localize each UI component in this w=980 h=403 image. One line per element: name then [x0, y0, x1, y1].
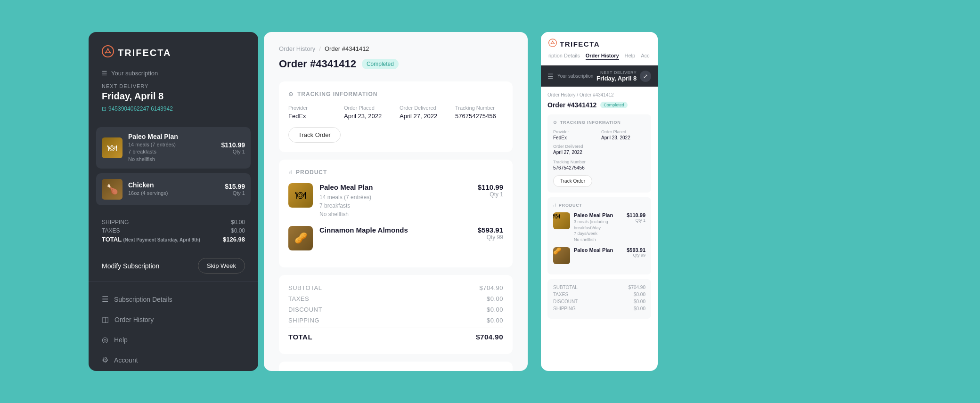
chicken-meal-price-qty: $15.99 Qty 1: [225, 183, 245, 196]
product-section-title: ⑁ PRODUCT: [288, 169, 503, 176]
mobile-breadcrumb: Order History / Order #4341412: [547, 92, 651, 97]
mobile-provider-col: Provider FedEx: [553, 129, 597, 140]
mobile-sub-left: ☰ Your subscription: [547, 73, 593, 80]
grand-total-row: TOTAL $704.90: [288, 328, 503, 341]
mobile-subscription-label: Your subscription: [557, 73, 593, 79]
mobile-expand-button[interactable]: ⤢: [640, 71, 651, 82]
sidebar-item-logout[interactable]: → Log Out: [89, 370, 258, 371]
svg-point-2: [105, 52, 106, 54]
mobile-content: Order History / Order #4341412 Order #43…: [541, 87, 658, 369]
mobile-provider-value: FedEx: [553, 135, 597, 140]
delivered-value: April 27, 2022: [400, 113, 448, 120]
delivered-label: Order Delivered: [400, 105, 448, 111]
breadcrumb-separator: /: [319, 45, 321, 52]
chicken-meal-details: 16oz (4 servings): [128, 190, 219, 197]
modify-subscription-button[interactable]: Modify Subscription: [102, 262, 159, 270]
chicken-meal-image: 🍗: [102, 179, 122, 200]
svg-point-4: [549, 39, 557, 47]
subscription-label: ☰ Your subscription: [102, 70, 245, 77]
mobile-next-delivery-label: NEXT DELIVERY: [596, 70, 637, 75]
tracking-provider: Provider FedEx: [288, 105, 336, 120]
mobile-tracking-number-section: Tracking Number 576754275456: [553, 160, 645, 170]
mobile-alt-image: 🥜: [553, 247, 570, 264]
total-note: (Next Payment Saturday, April 9th): [123, 237, 200, 242]
tracking-delivered: Order Delivered April 27, 2022: [400, 105, 448, 120]
order-title: Order #4341412: [279, 58, 356, 70]
breadcrumb-parent[interactable]: Order History: [279, 45, 315, 52]
mobile-panel: TRIFECTA ription Details Order History H…: [541, 32, 658, 371]
tracking-section-icon: ⊙: [288, 91, 294, 97]
tracking-placed: Order Placed April 23, 2022: [344, 105, 392, 120]
svg-point-1: [107, 48, 109, 50]
mobile-paleo-price-qty: $110.99 Qty 1: [627, 212, 645, 223]
mobile-nav-help[interactable]: Help: [625, 53, 636, 60]
sidebar-item-account[interactable]: ⚙ Account: [89, 350, 258, 370]
help-icon: ◎: [102, 335, 108, 344]
paleo-meal-price-qty: $110.99 Qty 1: [221, 141, 245, 154]
mobile-nav-account[interactable]: Account: [641, 53, 650, 60]
mobile-delivered-col: Order Delivered April 27, 2022: [553, 144, 597, 155]
sidebar-item-help[interactable]: ◎ Help: [89, 330, 258, 350]
mobile-track-order-button[interactable]: Track Order: [553, 175, 592, 187]
mobile-alt-price: $593.91: [627, 247, 645, 253]
svg-point-0: [102, 46, 114, 57]
svg-point-3: [110, 52, 111, 54]
paleo-meal-name: Paleo Meal Plan: [128, 133, 215, 140]
skip-week-button[interactable]: Skip Week: [198, 258, 245, 274]
mobile-logo: TRIFECTA: [548, 39, 650, 49]
logo-text: TRIFECTA: [118, 48, 171, 58]
shipping-row: SHIPPING $0.00: [102, 219, 245, 226]
shipping-address-section: ◎ SHIPPING ADDRESS Bob Weir 2400 Fulton …: [279, 362, 513, 371]
mobile-alt-price-qty: $593.91 Qty 99: [627, 247, 645, 258]
mobile-tracking-title: ⊙ TRACKING INFORMATION: [553, 120, 645, 125]
mobile-logo-icon: [548, 39, 557, 49]
sidebar-item-order-history[interactable]: ◫ Order History: [89, 309, 258, 330]
meal-cards: 🍽 Paleo Meal Plan 14 meals (7 entrées) 7…: [89, 127, 258, 205]
paleo-product-name: Paleo Meal Plan: [319, 183, 471, 191]
almonds-product-price: $593.91: [478, 226, 503, 234]
main-content: Order History / Order #4341412 Order #43…: [264, 32, 528, 371]
mobile-product-section: ⑁ PRODUCT 🍽 Paleo Meal Plan 3 meals (inc…: [547, 197, 651, 274]
product-section-icon: ⑁: [288, 169, 292, 176]
breadcrumb: Order History / Order #4341412: [279, 45, 513, 52]
mobile-paleo-qty: Qty 1: [627, 218, 645, 223]
subtotal-row: SUBTOTAL $704.90: [288, 284, 503, 291]
mobile-placed-value: April 23, 2022: [601, 135, 645, 140]
mobile-paleo-image: 🍽: [553, 212, 570, 229]
mobile-nav: ription Details Order History Help Accou…: [548, 53, 650, 60]
mobile-tracking-number-value: 576754275456: [553, 165, 645, 170]
chicken-meal-price: $15.99: [225, 183, 245, 190]
mobile-status-badge: Completed: [600, 102, 628, 108]
mobile-delivered-label: Order Delivered: [553, 144, 597, 149]
almonds-product-name: Cinnamon Maple Almonds: [319, 226, 471, 234]
paleo-product-details: 14 meals (7 entrées) 7 breakfasts No she…: [319, 193, 471, 218]
mobile-tracking-grid: Provider FedEx Order Placed April 23, 20…: [553, 129, 645, 155]
mobile-alt-qty: Qty 99: [627, 253, 645, 258]
chicken-meal-name: Chicken: [128, 181, 219, 189]
order-header: Order #4341412 Completed: [279, 58, 513, 70]
paleo-meal-info: Paleo Meal Plan 14 meals (7 entrées) 7 b…: [128, 133, 215, 163]
mobile-subscription-bar: ☰ Your subscription NEXT DELIVERY Friday…: [541, 65, 658, 87]
mobile-placed-col: Order Placed April 23, 2022: [601, 129, 645, 140]
product-section: ⑁ PRODUCT 🍽 Paleo Meal Plan 14 meals (7 …: [279, 160, 513, 267]
paleo-product-price-qty: $110.99 Qty 1: [478, 183, 503, 198]
mobile-sub-date-area: NEXT DELIVERY Friday, April 8: [596, 70, 637, 82]
mobile-alt-name: Paleo Meal Plan: [574, 247, 623, 253]
svg-point-6: [551, 43, 552, 44]
mobile-nav-subscription[interactable]: ription Details: [548, 53, 580, 60]
status-badge: Completed: [362, 59, 399, 69]
mobile-nav-order-history[interactable]: Order History: [586, 53, 619, 60]
tracking-number-value: 576754275456: [455, 113, 503, 120]
mobile-product-icon: ⑁: [553, 203, 556, 208]
chicken-meal-qty: Qty 1: [225, 190, 245, 196]
sidebar-item-subscription-details[interactable]: ☰ Subscription Details: [89, 289, 258, 309]
tracking-number: ⊡ 9453904062247 6143942: [102, 105, 245, 112]
taxes-row: TAXES $0.00: [102, 227, 245, 234]
mobile-taxes-row: TAXES $0.00: [553, 292, 645, 297]
order-history-icon: ◫: [102, 315, 109, 324]
next-delivery-date: Friday, April 8: [102, 91, 245, 102]
tracking-section-title: ⊙ TRACKING INFORMATION: [288, 91, 503, 97]
almonds-product-info: Cinnamon Maple Almonds: [319, 226, 471, 236]
subscription-icon: ☰: [102, 70, 107, 77]
track-order-button[interactable]: Track Order: [288, 127, 341, 143]
